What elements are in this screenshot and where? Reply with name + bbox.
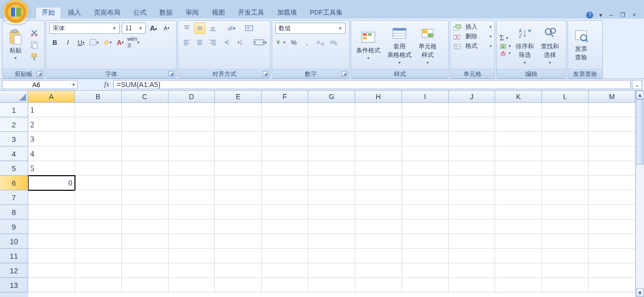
cell-I10[interactable] — [402, 234, 449, 249]
cell-G8[interactable] — [308, 205, 355, 219]
cell-L2[interactable] — [542, 117, 589, 132]
wrap-text-button[interactable] — [244, 23, 255, 34]
decrease-indent-button[interactable] — [220, 37, 231, 48]
cell-E4[interactable] — [215, 146, 262, 161]
border-button[interactable]: ▾ — [89, 37, 100, 48]
cell-E3[interactable] — [215, 132, 262, 146]
cell-F11[interactable] — [262, 249, 308, 263]
cell-E1[interactable] — [215, 103, 262, 117]
column-header[interactable]: B — [75, 91, 122, 103]
cell-E13[interactable] — [215, 278, 262, 292]
cell-C12[interactable] — [122, 263, 169, 278]
cell-B10[interactable] — [75, 234, 122, 249]
cell-M12[interactable] — [589, 263, 635, 278]
dialog-launcher-icon[interactable] — [37, 71, 42, 77]
minimize-button[interactable]: – — [608, 12, 614, 19]
cell-G3[interactable] — [308, 132, 355, 146]
font-size-combo[interactable]: 11 ▾ — [122, 23, 146, 34]
cell-F6[interactable] — [262, 176, 308, 190]
tab-开发工具[interactable]: 开发工具 — [231, 6, 271, 19]
cell-C3[interactable] — [122, 132, 169, 146]
fill-button[interactable]: ▾ — [500, 43, 511, 49]
cell-C6[interactable] — [122, 176, 169, 190]
cell-C5[interactable] — [122, 161, 169, 176]
cell-D12[interactable] — [169, 263, 215, 278]
column-header[interactable]: K — [495, 91, 542, 103]
conditional-format-button[interactable]: 条件格式▾ — [354, 28, 382, 61]
cell-E2[interactable] — [215, 117, 262, 132]
cell-K5[interactable] — [495, 161, 542, 176]
cell-E11[interactable] — [215, 249, 262, 263]
cell-F4[interactable] — [262, 146, 308, 161]
cell-A1[interactable]: 1 — [28, 103, 75, 117]
autosum-button[interactable]: Σ▾ — [500, 34, 508, 42]
column-header[interactable]: M — [589, 91, 635, 103]
cell-D11[interactable] — [169, 249, 215, 263]
cell-H3[interactable] — [355, 132, 402, 146]
cell-H7[interactable] — [355, 190, 402, 205]
cell-H8[interactable] — [355, 205, 402, 219]
cell-D8[interactable] — [169, 205, 215, 219]
align-top-button[interactable] — [181, 23, 192, 34]
cell-M6[interactable] — [589, 176, 635, 190]
cell-J6[interactable] — [449, 176, 496, 190]
cell-K1[interactable] — [495, 103, 542, 117]
increase-indent-button[interactable] — [233, 37, 245, 48]
cell-G4[interactable] — [308, 146, 355, 161]
row-header[interactable]: 3 — [0, 132, 28, 146]
cell-D1[interactable] — [169, 103, 215, 117]
cell-C4[interactable] — [122, 146, 169, 161]
cell-D3[interactable] — [169, 132, 215, 146]
underline-button[interactable]: U▾ — [75, 37, 87, 48]
italic-button[interactable]: I — [62, 37, 73, 48]
align-bottom-button[interactable] — [207, 23, 218, 34]
column-header[interactable]: A — [28, 91, 75, 103]
accounting-format-button[interactable]: ¥▾ — [275, 37, 286, 48]
sort-filter-button[interactable]: AZ 排序和 筛选▾ — [514, 24, 536, 66]
cell-I8[interactable] — [402, 205, 449, 219]
align-right-button[interactable] — [207, 37, 218, 48]
cell-B6[interactable] — [75, 176, 122, 190]
cell-A6[interactable]: 0 — [28, 176, 75, 190]
cell-L4[interactable] — [542, 146, 589, 161]
cell-A3[interactable]: 3 — [28, 132, 75, 146]
merge-center-button[interactable]: ▾ — [252, 37, 269, 48]
column-header[interactable]: F — [262, 91, 308, 103]
row-header[interactable]: 5 — [0, 161, 28, 176]
cell-K11[interactable] — [495, 249, 542, 263]
shrink-font-button[interactable]: A▾ — [161, 23, 172, 34]
cell-H5[interactable] — [355, 161, 402, 176]
cell-B9[interactable] — [75, 219, 122, 234]
help-icon[interactable]: ? — [586, 12, 593, 19]
cell-D9[interactable] — [169, 219, 215, 234]
cell-H2[interactable] — [355, 117, 402, 132]
number-format-combo[interactable]: 数值 ▾ — [275, 23, 346, 34]
cell-L1[interactable] — [542, 103, 589, 117]
cell-I1[interactable] — [402, 103, 449, 117]
cell-G2[interactable] — [308, 117, 355, 132]
cell-D2[interactable] — [169, 117, 215, 132]
cell-C1[interactable] — [122, 103, 169, 117]
tab-PDF工具集[interactable]: PDF工具集 — [303, 6, 349, 19]
cell-A4[interactable]: 4 — [28, 146, 75, 161]
cell-J11[interactable] — [449, 249, 496, 263]
formula-bar-expand-button[interactable]: ⌄ — [632, 80, 642, 89]
tab-审阅[interactable]: 审阅 — [179, 6, 205, 19]
cell-B4[interactable] — [75, 146, 122, 161]
column-header[interactable]: I — [402, 91, 449, 103]
cell-L9[interactable] — [542, 219, 589, 234]
paste-button[interactable]: 粘贴 ▾ — [6, 28, 26, 61]
cell-H1[interactable] — [355, 103, 402, 117]
column-header[interactable]: H — [355, 91, 402, 103]
office-button[interactable] — [2, 0, 30, 24]
formula-input[interactable]: =SUM(A1:A5) — [113, 80, 631, 89]
cell-L3[interactable] — [542, 132, 589, 146]
cell-B13[interactable] — [75, 278, 122, 292]
cell-D6[interactable] — [169, 176, 215, 190]
cell-J7[interactable] — [449, 190, 496, 205]
row-header[interactable]: 8 — [0, 205, 28, 219]
cell-F9[interactable] — [262, 219, 308, 234]
column-header[interactable]: J — [449, 91, 496, 103]
cell-B2[interactable] — [75, 117, 122, 132]
name-box-input[interactable] — [3, 81, 70, 89]
